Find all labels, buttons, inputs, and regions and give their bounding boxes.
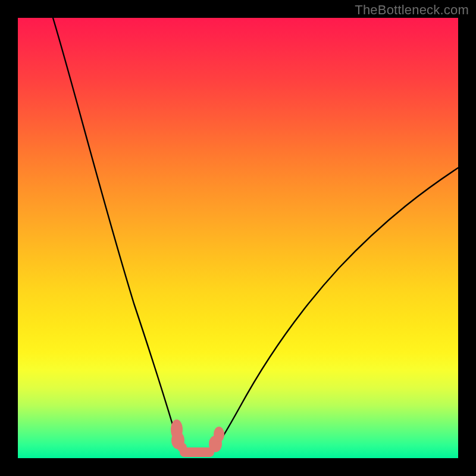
chart-svg bbox=[18, 18, 458, 458]
svg-rect-3 bbox=[180, 447, 214, 457]
curve-left-branch bbox=[53, 18, 183, 450]
curve-right-branch bbox=[214, 168, 458, 450]
trough-mask-group bbox=[171, 419, 224, 457]
chart-frame: TheBottleneck.com bbox=[0, 0, 476, 476]
plot-area bbox=[18, 18, 458, 458]
watermark-text: TheBottleneck.com bbox=[355, 2, 469, 18]
svg-point-5 bbox=[214, 427, 224, 442]
